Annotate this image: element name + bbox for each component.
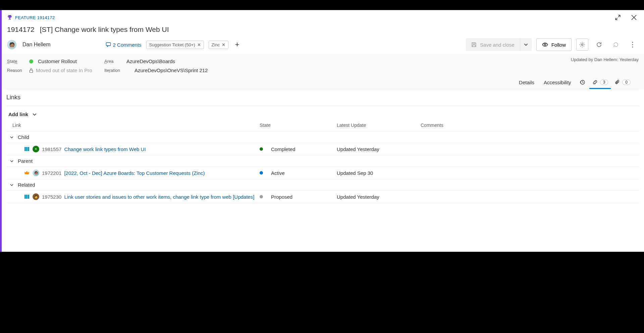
- link-item-state: Proposed: [271, 194, 292, 200]
- group-label: Related: [18, 182, 35, 188]
- svg-point-5: [632, 47, 633, 48]
- link-group-parent[interactable]: Parent: [6, 155, 639, 167]
- tag-label: Suggestion Ticket (50+): [149, 42, 195, 47]
- tag-suggestion-ticket[interactable]: Suggestion Ticket (50+) ✕: [146, 41, 204, 49]
- link-item-title[interactable]: Change work link types from Web UI: [64, 146, 146, 152]
- svg-rect-10: [28, 147, 29, 151]
- divider: [6, 106, 639, 106]
- link-row[interactable]: 🧑 1975230 Link user stories and issues t…: [6, 191, 639, 203]
- tab-label: Details: [519, 80, 534, 85]
- svg-point-3: [632, 42, 633, 43]
- add-link-button[interactable]: Add link: [6, 109, 639, 119]
- tab-accessibility[interactable]: Accessibility: [540, 77, 575, 89]
- tag-remove-icon[interactable]: ✕: [197, 42, 201, 47]
- col-link-header[interactable]: Link: [10, 123, 260, 128]
- more-actions-button[interactable]: [627, 39, 639, 51]
- col-comments-header[interactable]: Comments: [421, 123, 636, 128]
- tab-history[interactable]: [577, 77, 588, 89]
- trophy-icon: [7, 15, 12, 20]
- close-icon: [631, 14, 637, 21]
- comments-link[interactable]: 2 Comments: [106, 42, 142, 48]
- link-item-update: Updated Yesterday: [337, 194, 421, 200]
- links-tab-content: Links Add link Link State Latest Update …: [2, 89, 644, 208]
- chevron-down-icon: [10, 159, 14, 163]
- col-state-header[interactable]: State: [260, 123, 337, 128]
- link-row[interactable]: ✕ 1981557 Change work link types from We…: [6, 143, 639, 155]
- lock-icon: [29, 68, 36, 73]
- scenario-icon: [24, 194, 30, 200]
- work-item-id: 1914172: [7, 26, 35, 34]
- iteration-field-label: Iteration: [104, 68, 135, 73]
- tab-attachments[interactable]: 0: [612, 77, 633, 89]
- refresh-icon: [596, 41, 602, 48]
- close-button[interactable]: [629, 13, 639, 22]
- reason-field[interactable]: Reason Moved out of state In Pro: [7, 67, 104, 73]
- undo-icon: [612, 41, 619, 48]
- state-field-label: State: [7, 59, 29, 64]
- undo-button: [610, 39, 622, 51]
- comment-icon: [106, 42, 111, 47]
- state-dot-icon: [29, 59, 33, 63]
- chevron-down-icon: [10, 135, 14, 139]
- link-item-title[interactable]: [2022, Oct - Dec] Azure Boards: Top Cust…: [64, 170, 205, 176]
- gear-icon: [579, 42, 585, 48]
- tab-links[interactable]: 3: [589, 77, 611, 89]
- assignee-name[interactable]: Dan Hellem: [22, 42, 51, 48]
- dialog-header: FEATURE 1914172: [2, 10, 644, 23]
- toolbar: 🧑🏽 Dan Hellem 2 Comments Suggestion Tick…: [2, 36, 644, 54]
- kebab-icon: [632, 42, 633, 48]
- area-field[interactable]: Area AzureDevOps\Boards: [104, 58, 639, 64]
- state-dot-icon: [260, 195, 263, 198]
- tab-label: Accessibility: [544, 80, 571, 85]
- state-dot-icon: [260, 147, 263, 151]
- scenario-icon: [24, 146, 30, 152]
- svg-rect-9: [26, 147, 28, 151]
- state-field-value: Customer Rollout: [38, 58, 77, 64]
- area-field-label: Area: [104, 59, 126, 64]
- work-item-title-row: 1914172 [ST] Change work link types from…: [2, 23, 644, 36]
- tab-details[interactable]: Details: [515, 77, 538, 89]
- link-item-id: 1981557: [42, 146, 61, 152]
- chevron-down-icon: [32, 112, 37, 117]
- assignee-avatar-small: ✕: [33, 146, 39, 152]
- link-item-update: Updated Yesterday: [337, 146, 421, 152]
- assignee-avatar-small: 🧑: [33, 193, 39, 200]
- work-item-type-breadcrumb[interactable]: FEATURE 1914172: [7, 15, 55, 20]
- col-update-header[interactable]: Latest Update: [337, 123, 421, 128]
- svg-rect-13: [28, 195, 29, 199]
- refresh-button[interactable]: [593, 39, 605, 51]
- work-item-title[interactable]: [ST] Change work link types from Web UI: [40, 26, 169, 34]
- svg-rect-6: [30, 70, 33, 73]
- assignee-avatar[interactable]: 🧑🏽: [7, 40, 16, 49]
- link-group-child[interactable]: Child: [6, 132, 639, 143]
- state-field[interactable]: State Customer Rollout: [7, 58, 104, 64]
- add-tag-button[interactable]: +: [233, 40, 241, 49]
- links-icon: [592, 79, 598, 85]
- follow-button[interactable]: Follow: [536, 38, 572, 51]
- link-item-state: Active: [271, 170, 285, 176]
- fields-area: Updated by Dan Hellem: Yesterday State C…: [2, 54, 644, 89]
- link-row[interactable]: 🧑🏽 1972201 [2022, Oct - Dec] Azure Board…: [6, 167, 639, 179]
- tag-zinc[interactable]: Zinc ✕: [209, 41, 229, 49]
- settings-button[interactable]: [576, 39, 588, 51]
- save-and-close-button[interactable]: Save and close: [466, 38, 520, 51]
- iteration-field[interactable]: Iteration AzureDevOps\OneVS\Sprint 212: [104, 67, 639, 73]
- link-item-id: 1975230: [42, 194, 61, 200]
- save-split-button: Save and close: [466, 38, 532, 51]
- link-group-related[interactable]: Related: [6, 179, 639, 191]
- updated-by-text: Updated by Dan Hellem: Yesterday: [571, 57, 639, 62]
- fullscreen-button[interactable]: [613, 13, 623, 22]
- iteration-field-value: AzureDevOps\OneVS\Sprint 212: [135, 67, 208, 73]
- history-icon: [579, 79, 585, 85]
- tag-remove-icon[interactable]: ✕: [222, 42, 225, 47]
- epic-crown-icon: [24, 170, 30, 176]
- svg-rect-12: [26, 195, 28, 199]
- link-item-title[interactable]: Link user stories and issues to other wo…: [64, 194, 254, 200]
- reason-field-value: Moved out of state In Pro: [36, 67, 92, 73]
- save-dropdown-button[interactable]: [520, 38, 532, 51]
- attachments-count-badge: 0: [622, 80, 631, 85]
- state-dot-icon: [260, 171, 263, 175]
- area-field-value: AzureDevOps\Boards: [126, 58, 175, 64]
- tab-strip: Details Accessibility 3 0: [7, 77, 639, 89]
- work-item-dialog: FEATURE 1914172 1914172 [ST] Change work…: [0, 10, 644, 252]
